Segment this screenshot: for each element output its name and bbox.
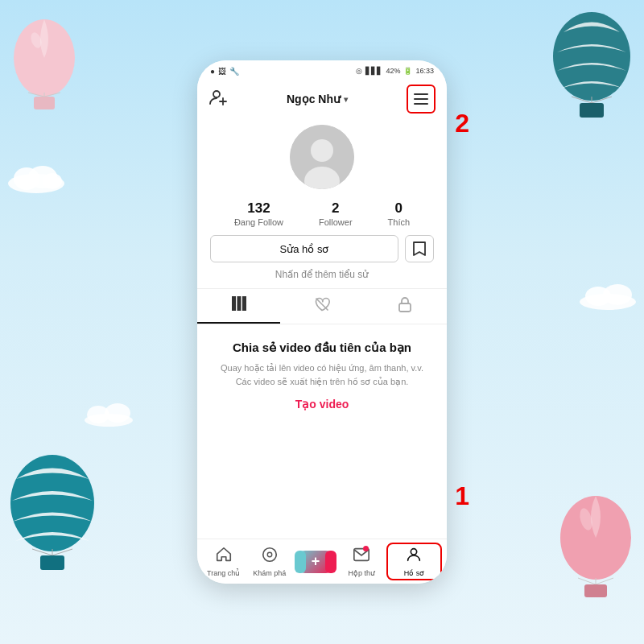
nav-profile-label: Hồ sơ bbox=[404, 569, 425, 577]
add-user-button[interactable] bbox=[208, 88, 228, 111]
username-text: Ngọc Như bbox=[287, 93, 341, 105]
settings-icon: 🔧 bbox=[229, 67, 239, 76]
profile-section: 132 Đang Follow 2 Follower 0 Thích Sửa h… bbox=[197, 118, 447, 288]
svg-rect-42 bbox=[399, 303, 411, 312]
svg-point-46 bbox=[411, 549, 417, 555]
heart-outline-icon bbox=[314, 296, 330, 316]
top-navigation: Ngọc Như ▾ bbox=[197, 80, 447, 118]
tab-liked[interactable] bbox=[280, 296, 363, 323]
status-left: ● 🖼 🔧 bbox=[210, 67, 239, 76]
status-bar: ● 🖼 🔧 ◎ ▋▋▋ 42% 🔋 16:33 bbox=[197, 60, 447, 80]
svg-rect-4 bbox=[34, 97, 55, 109]
add-content-button[interactable]: + bbox=[299, 551, 332, 573]
wifi-icon: ◎ bbox=[356, 67, 362, 75]
hamburger-line-1 bbox=[414, 93, 428, 95]
phone-frame: ● 🖼 🔧 ◎ ▋▋▋ 42% 🔋 16:33 bbox=[197, 60, 447, 584]
chevron-down-icon: ▾ bbox=[344, 95, 348, 104]
stats-row: 132 Đang Follow 2 Follower 0 Thích bbox=[197, 200, 447, 227]
create-video-button[interactable]: Tạo video bbox=[295, 398, 349, 411]
likes-count: 0 bbox=[395, 200, 402, 217]
bio-hint[interactable]: Nhấn để thêm tiểu sử bbox=[275, 269, 369, 280]
profile-icon bbox=[405, 546, 423, 568]
circle-icon: ● bbox=[210, 67, 215, 76]
nav-home-label: Trang chủ bbox=[207, 569, 240, 577]
status-right: ◎ ▋▋▋ 42% 🔋 16:33 bbox=[356, 67, 434, 75]
menu-button[interactable] bbox=[407, 85, 436, 114]
svg-point-31 bbox=[105, 403, 130, 423]
nav-discover[interactable]: Khám phá bbox=[246, 543, 292, 580]
svg-rect-39 bbox=[237, 296, 241, 311]
inbox-icon bbox=[353, 549, 370, 567]
svg-point-36 bbox=[311, 139, 333, 162]
avatar[interactable] bbox=[290, 125, 354, 189]
signal-icon: ▋▋▋ bbox=[365, 67, 382, 75]
followers-count: 2 bbox=[332, 200, 339, 217]
svg-rect-10 bbox=[580, 103, 604, 118]
battery-percent: 42% bbox=[386, 67, 400, 75]
content-description: Quay hoặc tải lên video có hiệu ứng, âm … bbox=[213, 361, 431, 388]
following-count: 132 bbox=[247, 200, 270, 217]
tabs-row bbox=[197, 288, 447, 324]
nav-inbox-label: Hộp thư bbox=[348, 569, 375, 577]
discover-icon bbox=[261, 546, 279, 568]
inbox-wrapper bbox=[353, 546, 370, 568]
stat-following[interactable]: 132 Đang Follow bbox=[217, 200, 301, 227]
bottom-navigation: Trang chủ Khám phá + bbox=[197, 539, 447, 584]
likes-label: Thích bbox=[388, 217, 411, 227]
svg-point-32 bbox=[213, 91, 220, 97]
content-title: Chia sẻ video đầu tiên của bạn bbox=[233, 341, 411, 355]
edit-row: Sửa hồ sơ bbox=[197, 235, 447, 262]
nav-add[interactable]: + bbox=[292, 547, 338, 576]
image-icon: 🖼 bbox=[218, 67, 226, 76]
nav-profile[interactable]: Hồ sơ bbox=[386, 543, 442, 580]
plus-icon: + bbox=[312, 553, 320, 570]
followers-label: Follower bbox=[319, 217, 353, 227]
grid-icon bbox=[231, 295, 247, 316]
annotation-label-1: 1 bbox=[455, 481, 469, 511]
tab-videos[interactable] bbox=[197, 295, 280, 324]
home-icon bbox=[215, 546, 233, 568]
svg-rect-38 bbox=[232, 296, 236, 311]
lock-icon bbox=[398, 296, 412, 316]
nav-discover-label: Khám phá bbox=[253, 569, 286, 577]
stat-followers[interactable]: 2 Follower bbox=[301, 200, 370, 227]
annotation-label-2: 2 bbox=[455, 109, 469, 138]
svg-rect-40 bbox=[242, 296, 246, 311]
hamburger-line-3 bbox=[414, 103, 428, 105]
content-area: Chia sẻ video đầu tiên của bạn Quay hoặc… bbox=[197, 324, 447, 539]
svg-point-43 bbox=[263, 548, 277, 562]
edit-profile-button[interactable]: Sửa hồ sơ bbox=[210, 235, 398, 262]
tab-private[interactable] bbox=[364, 296, 447, 323]
svg-rect-21 bbox=[584, 584, 607, 597]
following-label: Đang Follow bbox=[234, 217, 283, 227]
svg-point-44 bbox=[267, 552, 272, 557]
nav-inbox[interactable]: Hộp thư bbox=[339, 543, 385, 580]
hamburger-line-2 bbox=[414, 98, 428, 100]
svg-rect-15 bbox=[40, 555, 64, 570]
svg-point-28 bbox=[603, 284, 632, 305]
time-display: 16:33 bbox=[415, 67, 434, 75]
battery-icon: 🔋 bbox=[403, 67, 412, 75]
username-area[interactable]: Ngọc Như ▾ bbox=[287, 93, 348, 105]
stat-likes[interactable]: 0 Thích bbox=[370, 200, 428, 227]
svg-point-25 bbox=[43, 173, 62, 189]
nav-home[interactable]: Trang chủ bbox=[200, 543, 246, 580]
bookmark-button[interactable] bbox=[405, 235, 434, 262]
